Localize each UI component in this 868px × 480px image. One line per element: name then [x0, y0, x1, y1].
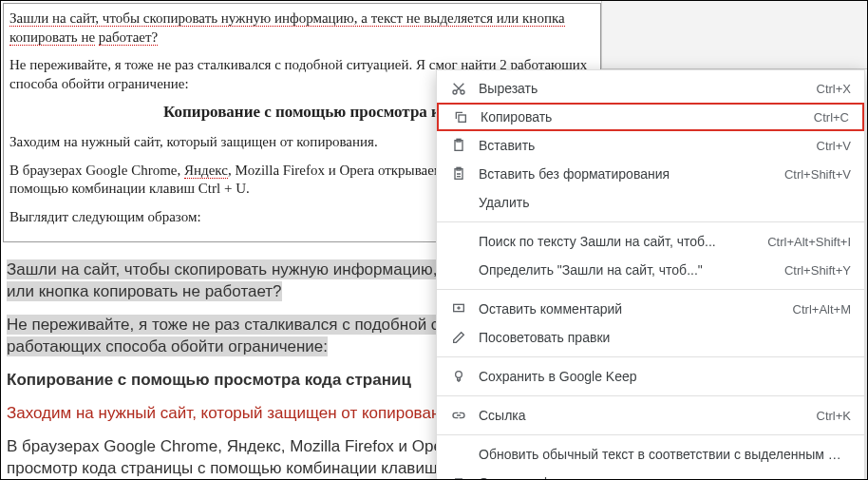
menu-label: Сохранить в Google Keep [469, 369, 851, 384]
suggest-icon [448, 330, 469, 345]
menu-label: Оставить комментарий [469, 301, 793, 317]
keep-icon [448, 369, 469, 384]
menu-shortcut: Ctrl+Alt+Shift+I [767, 235, 851, 249]
menu-item-search[interactable]: Поиск по тексту Зашли на сайт, чтоб... C… [437, 227, 864, 256]
menu-label: Копировать [471, 109, 814, 125]
menu-label: Ссылка [469, 408, 817, 423]
spell-underline: Зашли на сайт, чтобы скопировать нужную … [9, 10, 565, 46]
selected-text: работающих способа обойти ограничение: [7, 336, 328, 356]
right-sidebar-placeholder [601, 1, 867, 69]
svg-point-8 [456, 372, 462, 378]
menu-label: Вставить [469, 138, 817, 153]
menu-item-clear-format[interactable]: Очистить форматирование Ctrl+\ [437, 469, 864, 480]
menu-shortcut: Ctrl+K [817, 409, 851, 423]
menu-shortcut: Ctrl+Shift+V [784, 167, 851, 182]
menu-item-keep[interactable]: Сохранить в Google Keep [437, 362, 864, 391]
menu-shortcut: Ctrl+Alt+M [793, 302, 851, 317]
cut-icon [448, 81, 469, 96]
spell-underline: работает? [99, 29, 158, 46]
menu-label: Посоветовать правки [469, 330, 851, 345]
menu-label: Вставить без форматирования [469, 166, 784, 182]
menu-shortcut: Ctrl+X [817, 82, 851, 96]
selected-text: Зашли на сайт, чтобы скопировать нужную … [7, 259, 437, 279]
context-menu: Вырезать Ctrl+X Копировать Ctrl+C Встави… [436, 69, 865, 480]
menu-shortcut: Ctrl+Shift+Y [784, 263, 851, 278]
menu-shortcut: Ctrl+C [814, 110, 849, 125]
copy-icon [450, 109, 471, 125]
menu-label: Удалить [469, 195, 851, 210]
menu-label: Поиск по тексту Зашли на сайт, чтоб... [469, 234, 767, 249]
paste-plain-icon [448, 166, 469, 182]
menu-label: Определить "Зашли на сайт, чтоб..." [469, 262, 784, 278]
menu-separator [437, 356, 864, 357]
menu-label: Обновить обычный текст в соответствии с … [469, 447, 851, 462]
paste-icon [448, 138, 469, 153]
comment-icon [448, 301, 469, 317]
menu-separator [437, 289, 864, 290]
selected-text: или кнопка копировать не работает? [7, 281, 282, 301]
menu-label: Вырезать [469, 81, 817, 96]
menu-item-paste-plain[interactable]: Вставить без форматирования Ctrl+Shift+V [437, 160, 864, 188]
menu-separator [437, 395, 864, 396]
selected-text: Не переживайте, я тоже не раз сталкивалс… [7, 315, 481, 335]
spell-underline: Яндекс [184, 163, 228, 179]
menu-item-paste[interactable]: Вставить Ctrl+V [437, 131, 864, 160]
menu-shortcut: Ctrl+V [817, 139, 851, 153]
svg-rect-2 [459, 115, 465, 122]
menu-separator [437, 221, 864, 222]
menu-item-link[interactable]: Ссылка Ctrl+K [437, 401, 864, 430]
menu-item-comment[interactable]: Оставить комментарий Ctrl+Alt+M [437, 295, 864, 323]
menu-item-suggest[interactable]: Посоветовать правки [437, 323, 864, 352]
link-icon [448, 408, 469, 423]
menu-item-cut[interactable]: Вырезать Ctrl+X [437, 74, 864, 103]
menu-item-define[interactable]: Определить "Зашли на сайт, чтоб..." Ctrl… [437, 256, 864, 284]
paragraph: Зашли на сайт, чтобы скопировать нужную … [9, 10, 594, 47]
menu-item-copy[interactable]: Копировать Ctrl+C [437, 103, 864, 131]
menu-separator [437, 434, 864, 435]
menu-item-update-normal[interactable]: Обновить обычный текст в соответствии с … [437, 440, 864, 469]
menu-item-delete[interactable]: Удалить [437, 188, 864, 217]
